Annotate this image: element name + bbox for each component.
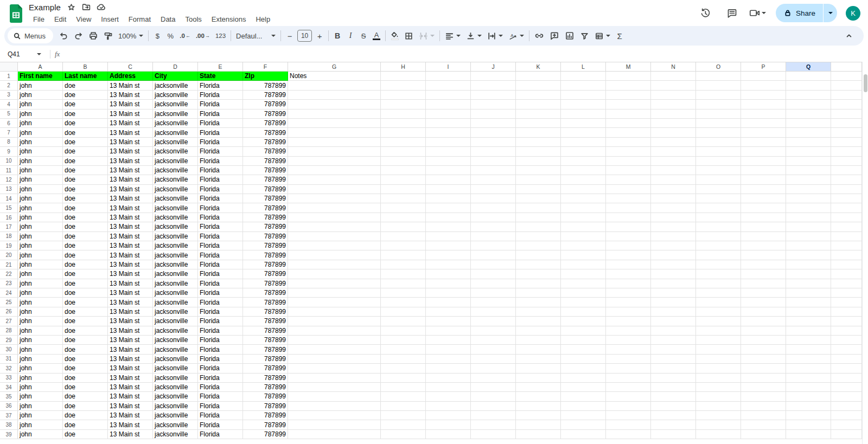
insert-chart-button[interactable] bbox=[562, 29, 577, 43]
cell-partial-6[interactable] bbox=[831, 119, 862, 128]
cell-H25[interactable] bbox=[381, 298, 426, 307]
row-header-32[interactable]: 32 bbox=[0, 364, 18, 373]
cell-M21[interactable] bbox=[606, 260, 651, 269]
cell-E6[interactable]: Florida bbox=[198, 119, 243, 128]
cell-D13[interactable]: jacksonville bbox=[153, 185, 198, 194]
cell-M38[interactable] bbox=[606, 420, 651, 429]
cell-I10[interactable] bbox=[426, 157, 471, 166]
cell-K32[interactable] bbox=[516, 364, 561, 373]
cell-P28[interactable] bbox=[741, 326, 786, 336]
create-filter-button[interactable] bbox=[577, 29, 592, 43]
comments-icon[interactable] bbox=[722, 2, 743, 24]
insert-comment-button[interactable] bbox=[547, 29, 562, 43]
cell-N1[interactable] bbox=[651, 72, 696, 81]
cell-H26[interactable] bbox=[381, 307, 426, 317]
cell-A13[interactable]: john bbox=[18, 185, 63, 194]
cell-M39[interactable] bbox=[606, 430, 651, 439]
cell-N10[interactable] bbox=[651, 157, 696, 166]
cell-H1[interactable] bbox=[381, 72, 426, 81]
cell-B32[interactable]: doe bbox=[63, 364, 108, 373]
cell-L2[interactable] bbox=[561, 81, 606, 90]
cell-H9[interactable] bbox=[381, 147, 426, 156]
cell-partial-35[interactable] bbox=[831, 392, 862, 401]
cell-G26[interactable] bbox=[288, 307, 381, 317]
row-header-30[interactable]: 30 bbox=[0, 345, 18, 354]
cell-Q14[interactable] bbox=[786, 194, 831, 203]
cell-P20[interactable] bbox=[741, 250, 786, 260]
cell-K31[interactable] bbox=[516, 355, 561, 364]
cell-M7[interactable] bbox=[606, 128, 651, 137]
cell-F39[interactable]: 787899 bbox=[243, 430, 288, 439]
cell-F19[interactable]: 787899 bbox=[243, 241, 288, 250]
menu-help[interactable]: Help bbox=[251, 15, 275, 24]
cell-G18[interactable] bbox=[288, 232, 381, 241]
cell-G11[interactable] bbox=[288, 166, 381, 175]
cell-A21[interactable]: john bbox=[18, 260, 63, 269]
cell-H6[interactable] bbox=[381, 119, 426, 128]
row-header-27[interactable]: 27 bbox=[0, 317, 18, 326]
cell-Q7[interactable] bbox=[786, 128, 831, 137]
cell-E36[interactable]: Florida bbox=[198, 402, 243, 411]
cell-N39[interactable] bbox=[651, 430, 696, 439]
cell-M22[interactable] bbox=[606, 269, 651, 279]
vertical-scrollbar[interactable] bbox=[862, 62, 868, 444]
cell-Q1[interactable] bbox=[786, 72, 831, 81]
row-header-8[interactable]: 8 bbox=[0, 138, 18, 147]
cell-F21[interactable]: 787899 bbox=[243, 260, 288, 269]
column-header-B[interactable]: B bbox=[63, 62, 108, 72]
cell-I35[interactable] bbox=[426, 392, 471, 401]
cell-G10[interactable] bbox=[288, 157, 381, 166]
column-header-K[interactable]: K bbox=[516, 62, 561, 72]
cell-B39[interactable]: doe bbox=[63, 430, 108, 439]
cell-F14[interactable]: 787899 bbox=[243, 194, 288, 203]
cell-P19[interactable] bbox=[741, 241, 786, 250]
cell-Q16[interactable] bbox=[786, 213, 831, 222]
cell-Q37[interactable] bbox=[786, 411, 831, 420]
cell-O33[interactable] bbox=[696, 374, 741, 383]
cell-Q32[interactable] bbox=[786, 364, 831, 373]
cell-L19[interactable] bbox=[561, 241, 606, 250]
cell-B5[interactable]: doe bbox=[63, 110, 108, 119]
row-header-24[interactable]: 24 bbox=[0, 288, 18, 298]
cell-P1[interactable] bbox=[741, 72, 786, 81]
cell-partial-33[interactable] bbox=[831, 374, 862, 383]
cell-L17[interactable] bbox=[561, 222, 606, 231]
column-header-C[interactable]: C bbox=[108, 62, 153, 72]
cell-K34[interactable] bbox=[516, 383, 561, 392]
row-header-28[interactable]: 28 bbox=[0, 326, 18, 336]
cell-O9[interactable] bbox=[696, 147, 741, 156]
cell-G4[interactable] bbox=[288, 100, 381, 109]
cell-L10[interactable] bbox=[561, 157, 606, 166]
cell-N15[interactable] bbox=[651, 203, 696, 213]
cell-I36[interactable] bbox=[426, 402, 471, 411]
cell-L30[interactable] bbox=[561, 345, 606, 354]
cell-L3[interactable] bbox=[561, 91, 606, 100]
cell-O25[interactable] bbox=[696, 298, 741, 307]
cell-P7[interactable] bbox=[741, 128, 786, 137]
cell-L39[interactable] bbox=[561, 430, 606, 439]
cell-partial-15[interactable] bbox=[831, 203, 862, 213]
cell-partial-5[interactable] bbox=[831, 110, 862, 119]
cell-partial-2[interactable] bbox=[831, 81, 862, 90]
cell-H37[interactable] bbox=[381, 411, 426, 420]
cell-G36[interactable] bbox=[288, 402, 381, 411]
cell-F37[interactable]: 787899 bbox=[243, 411, 288, 420]
cell-E13[interactable]: Florida bbox=[198, 185, 243, 194]
cell-N11[interactable] bbox=[651, 166, 696, 175]
cell-P37[interactable] bbox=[741, 411, 786, 420]
cell-Q13[interactable] bbox=[786, 185, 831, 194]
cell-Q31[interactable] bbox=[786, 355, 831, 364]
cell-H22[interactable] bbox=[381, 269, 426, 279]
cell-H19[interactable] bbox=[381, 241, 426, 250]
cell-M17[interactable] bbox=[606, 222, 651, 231]
cell-A6[interactable]: john bbox=[18, 119, 63, 128]
cell-M2[interactable] bbox=[606, 81, 651, 90]
column-header-J[interactable]: J bbox=[471, 62, 516, 72]
row-header-14[interactable]: 14 bbox=[0, 194, 18, 203]
cell-D31[interactable]: jacksonville bbox=[153, 355, 198, 364]
cell-A16[interactable]: john bbox=[18, 213, 63, 222]
cell-E8[interactable]: Florida bbox=[198, 138, 243, 147]
cell-H17[interactable] bbox=[381, 222, 426, 231]
cell-E11[interactable]: Florida bbox=[198, 166, 243, 175]
cell-E32[interactable]: Florida bbox=[198, 364, 243, 373]
